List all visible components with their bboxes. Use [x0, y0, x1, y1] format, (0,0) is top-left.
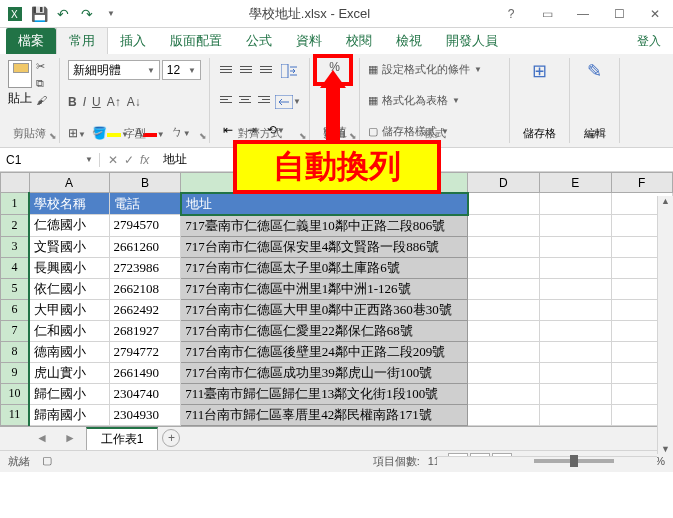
- cell[interactable]: [468, 215, 540, 237]
- save-icon[interactable]: 💾: [28, 3, 50, 25]
- enter-formula-icon[interactable]: ✓: [124, 153, 134, 167]
- sheet-tab[interactable]: 工作表1: [86, 427, 159, 450]
- cell[interactable]: [539, 383, 611, 404]
- cell[interactable]: [468, 257, 540, 278]
- row-header[interactable]: 9: [1, 362, 30, 383]
- col-header-f[interactable]: F: [611, 173, 673, 193]
- format-table-button[interactable]: ▦格式化為表格▼: [368, 91, 501, 110]
- cell[interactable]: [539, 362, 611, 383]
- cell[interactable]: 學校名稱: [29, 193, 109, 215]
- bold-button[interactable]: B: [68, 95, 77, 109]
- cell[interactable]: 711臺南市歸仁區歸仁里13鄰文化街1段100號: [181, 383, 468, 404]
- conditional-format-button[interactable]: ▦設定格式化的條件▼: [368, 60, 501, 79]
- align-left-icon[interactable]: [218, 91, 233, 109]
- cell[interactable]: 歸仁國小: [29, 383, 109, 404]
- cell[interactable]: 2662108: [109, 278, 181, 299]
- login-link[interactable]: 登入: [625, 29, 673, 54]
- copy-icon[interactable]: ⧉: [36, 77, 47, 90]
- tab-formulas[interactable]: 公式: [234, 28, 284, 54]
- cell[interactable]: [539, 320, 611, 341]
- row-header[interactable]: 4: [1, 257, 30, 278]
- edit-icon[interactable]: ✎: [587, 60, 602, 82]
- cell[interactable]: 717台南市仁德區太子里0鄰土庫路6號: [181, 257, 468, 278]
- italic-button[interactable]: I: [83, 95, 86, 109]
- tab-developer[interactable]: 開發人員: [434, 28, 510, 54]
- cell[interactable]: 2723986: [109, 257, 181, 278]
- cell[interactable]: 2794772: [109, 341, 181, 362]
- cell[interactable]: 717臺南市仁德區仁義里10鄰中正路二段806號: [181, 215, 468, 237]
- select-all-corner[interactable]: [1, 173, 30, 193]
- font-launcher-icon[interactable]: ⬊: [199, 131, 207, 141]
- cell[interactable]: 2662492: [109, 299, 181, 320]
- cells-label[interactable]: 儲存格: [523, 126, 556, 141]
- tab-view[interactable]: 檢視: [384, 28, 434, 54]
- cell[interactable]: 2794570: [109, 215, 181, 237]
- cell[interactable]: [468, 362, 540, 383]
- cell[interactable]: 仁德國小: [29, 215, 109, 237]
- ribbon-toggle-icon[interactable]: ▭: [533, 7, 561, 21]
- cell[interactable]: [539, 193, 611, 215]
- undo-icon[interactable]: ↶: [52, 3, 74, 25]
- sheet-nav-next-icon[interactable]: ►: [58, 431, 82, 445]
- cell[interactable]: [539, 215, 611, 237]
- increase-font-icon[interactable]: A↑: [107, 95, 121, 109]
- tab-review[interactable]: 校閱: [334, 28, 384, 54]
- cell[interactable]: 德南國小: [29, 341, 109, 362]
- row-header[interactable]: 6: [1, 299, 30, 320]
- cell[interactable]: [468, 193, 540, 215]
- cell[interactable]: 長興國小: [29, 257, 109, 278]
- cell[interactable]: [468, 236, 540, 257]
- row-header[interactable]: 1: [1, 193, 30, 215]
- cut-icon[interactable]: ✂: [36, 60, 47, 73]
- maximize-icon[interactable]: ☐: [605, 7, 633, 21]
- align-bottom-icon[interactable]: [258, 60, 274, 78]
- macro-record-icon[interactable]: ▢: [42, 454, 52, 469]
- cell[interactable]: 711台南市歸仁區辜厝里42鄰民權南路171號: [181, 404, 468, 425]
- cell[interactable]: 2681927: [109, 320, 181, 341]
- cell[interactable]: 歸南國小: [29, 404, 109, 425]
- font-name-select[interactable]: 新細明體▼: [68, 60, 160, 80]
- cell[interactable]: [468, 278, 540, 299]
- cell[interactable]: [539, 341, 611, 362]
- cell[interactable]: 大甲國小: [29, 299, 109, 320]
- cell[interactable]: 717台南市仁德區保安里4鄰文賢路一段886號: [181, 236, 468, 257]
- cell[interactable]: [468, 341, 540, 362]
- cell[interactable]: [468, 404, 540, 425]
- cell[interactable]: [539, 299, 611, 320]
- cell[interactable]: 2304740: [109, 383, 181, 404]
- row-header[interactable]: 2: [1, 215, 30, 237]
- tab-home[interactable]: 常用: [56, 27, 108, 54]
- row-header[interactable]: 10: [1, 383, 30, 404]
- help-icon[interactable]: ?: [497, 7, 525, 21]
- cell[interactable]: 717台南市仁德區成功里39鄰虎山一街100號: [181, 362, 468, 383]
- cell[interactable]: 717台南市仁德區仁愛里22鄰保仁路68號: [181, 320, 468, 341]
- align-middle-icon[interactable]: [238, 60, 254, 78]
- col-header-e[interactable]: E: [539, 173, 611, 193]
- cell[interactable]: 2661490: [109, 362, 181, 383]
- cell[interactable]: 文賢國小: [29, 236, 109, 257]
- vertical-scrollbar[interactable]: [657, 196, 673, 454]
- edit-label[interactable]: 編輯: [584, 126, 606, 141]
- cell[interactable]: [539, 278, 611, 299]
- cell[interactable]: 依仁國小: [29, 278, 109, 299]
- paste-button[interactable]: 貼上: [8, 60, 32, 107]
- row-header[interactable]: 11: [1, 404, 30, 425]
- cell[interactable]: 2661260: [109, 236, 181, 257]
- tab-file[interactable]: 檔案: [6, 28, 56, 54]
- fx-icon[interactable]: fx: [140, 153, 149, 167]
- spreadsheet-grid[interactable]: A B C D E F 1學校名稱電話地址 2仁德國小2794570717臺南市…: [0, 172, 673, 426]
- wrap-text-button[interactable]: [278, 60, 301, 82]
- cancel-formula-icon[interactable]: ✕: [108, 153, 118, 167]
- format-painter-icon[interactable]: 🖌: [36, 94, 47, 106]
- align-right-icon[interactable]: [256, 91, 271, 109]
- add-sheet-button[interactable]: +: [162, 429, 180, 447]
- col-header-a[interactable]: A: [29, 173, 109, 193]
- col-header-b[interactable]: B: [109, 173, 181, 193]
- tab-data[interactable]: 資料: [284, 28, 334, 54]
- tab-layout[interactable]: 版面配置: [158, 28, 234, 54]
- row-header[interactable]: 5: [1, 278, 30, 299]
- name-box[interactable]: C1▼: [0, 153, 100, 167]
- cell[interactable]: 717台南市仁德區大甲里0鄰中正西路360巷30號: [181, 299, 468, 320]
- row-header[interactable]: 8: [1, 341, 30, 362]
- cell[interactable]: [468, 383, 540, 404]
